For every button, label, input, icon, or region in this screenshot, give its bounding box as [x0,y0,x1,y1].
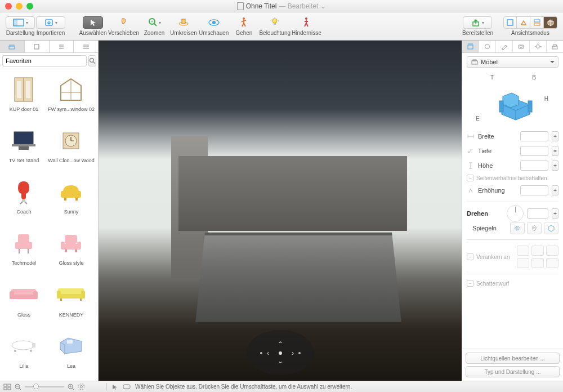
svg-rect-7 [182,19,185,24]
umschauen-button[interactable]: Umschauen [199,16,229,36]
svg-line-46 [20,202,23,204]
hindernisse-button[interactable]: Hindernisse [292,16,321,36]
mirror-3d-button[interactable] [544,222,558,234]
library-item[interactable]: Gloss style [47,225,96,275]
title-dropdown-icon[interactable]: ⌄ [320,2,326,10]
svg-line-112 [19,388,21,390]
darstellung-button[interactable]: ▾ Darstellung [6,16,35,36]
inspector-tab-settings[interactable] [547,41,563,52]
erhoehung-input[interactable] [520,185,548,195]
inspector-tab-geometry[interactable] [462,41,479,52]
gehen-button[interactable]: Gehen [230,16,258,36]
drehen-input[interactable] [527,208,548,219]
rotation-dial[interactable] [507,205,524,222]
svg-point-84 [260,352,262,354]
zoom-in-icon[interactable] [68,384,74,390]
breite-stepper[interactable] [552,131,558,141]
hoehe-row: Höhe [467,160,558,171]
library-tabs [0,41,98,53]
svg-rect-40 [19,146,29,150]
library-item[interactable]: Coach [2,174,46,224]
bereitstellen-button[interactable]: ▾ Bereitstellen [462,16,493,36]
svg-point-9 [212,21,216,24]
svg-point-91 [537,45,540,48]
library-item[interactable]: Sunny [47,174,96,224]
view-mode-group [503,16,557,29]
library-item[interactable]: FW sym...window 02 [47,72,96,122]
importieren-button[interactable]: ▾ Importieren [36,16,65,36]
svg-rect-18 [507,20,513,25]
inspector-tab-camera[interactable] [513,41,530,52]
library-category-dropdown[interactable] [2,55,87,66]
svg-rect-39 [12,144,35,146]
mirror-v-button[interactable] [527,222,542,234]
svg-rect-70 [57,291,61,299]
view-mode-3d-button[interactable] [544,16,557,29]
view-mode-elevation-button[interactable] [517,16,530,29]
search-button[interactable] [88,55,96,66]
grid-icon[interactable] [3,384,11,390]
schattenwurf-row[interactable]: −Schattenwurf [467,280,558,287]
tiefe-stepper[interactable] [552,146,558,156]
library-search-row [0,53,98,69]
tiefe-input[interactable] [520,146,548,156]
library-tab-project[interactable] [25,41,50,52]
library-item[interactable]: KENNEDY [47,277,96,327]
anchor-button[interactable] [517,258,529,268]
view-mode-split-button[interactable] [530,16,544,29]
anchor-button[interactable] [517,246,529,256]
auswaehlen-button[interactable]: Auswählen [79,16,107,36]
gear-icon[interactable] [78,383,85,390]
erhoehung-stepper[interactable] [552,185,558,195]
svg-rect-54 [15,242,19,249]
library-item[interactable]: Lea [47,328,96,378]
library-item[interactable]: Lilia [2,328,46,378]
hoehe-input[interactable] [520,161,548,171]
svg-line-4 [154,24,157,26]
3d-viewport[interactable]: ⌃ ⌄ ‹ › [99,41,462,381]
svg-point-76 [14,350,16,352]
library-tab-tree[interactable] [50,41,74,52]
view-mode-2d-button[interactable] [503,16,517,29]
zoomen-button[interactable]: +▾ Zoomen [140,16,168,36]
navigation-pad[interactable]: ⌃ ⌄ ‹ › [247,330,314,375]
verschieben-button[interactable]: Verschieben [108,16,139,36]
tool-status-icon [111,384,118,390]
inspector-tab-materials[interactable] [479,41,496,52]
library-item[interactable]: Techmodel [2,225,46,275]
mirror-h-button[interactable] [510,222,525,234]
library-tab-furniture[interactable] [0,41,25,52]
lichtquellen-button[interactable]: Lichtquellen bearbeiten ... [466,353,560,364]
zoom-out-icon[interactable] [15,384,21,390]
umkreisen-button[interactable]: Umkreisen [169,16,198,36]
anchor-button[interactable] [531,246,544,256]
zoom-slider[interactable] [25,386,64,387]
inspector-tab-light[interactable] [530,41,547,52]
typ-darstellung-button[interactable]: Typ und Darstellung ... [466,366,560,377]
object-category-dropdown[interactable]: Möbel [467,56,558,68]
anchor-button[interactable] [546,258,558,268]
keep-ratio-row[interactable]: −Seitenverhältnis beibehalten [467,175,558,181]
breite-input[interactable] [520,131,548,141]
library-item[interactable]: Wall Cloc...ow Wood [47,123,96,173]
svg-point-90 [520,46,522,48]
inspector-tab-edit[interactable] [496,41,513,52]
verankern-row[interactable]: −Verankern an [467,253,513,260]
svg-rect-59 [62,244,79,250]
svg-rect-98 [473,60,476,61]
anchor-button[interactable] [531,258,544,268]
document-icon [237,2,244,10]
svg-point-16 [305,17,307,20]
library-tab-list[interactable] [74,41,98,52]
beleuchtung-button[interactable]: Beleuchtung [259,16,291,36]
library-item[interactable]: KUP door 01 [2,72,46,122]
svg-rect-67 [33,291,38,299]
anchor-button[interactable] [546,246,558,256]
hoehe-stepper[interactable] [552,161,558,171]
drehen-stepper[interactable] [552,208,558,219]
library-item[interactable]: Gloss [2,277,46,327]
document-title: Ohne Titel [246,2,277,10]
svg-rect-20 [534,23,540,25]
library-item[interactable]: TV Set Stand [2,123,46,173]
svg-rect-109 [4,387,7,390]
